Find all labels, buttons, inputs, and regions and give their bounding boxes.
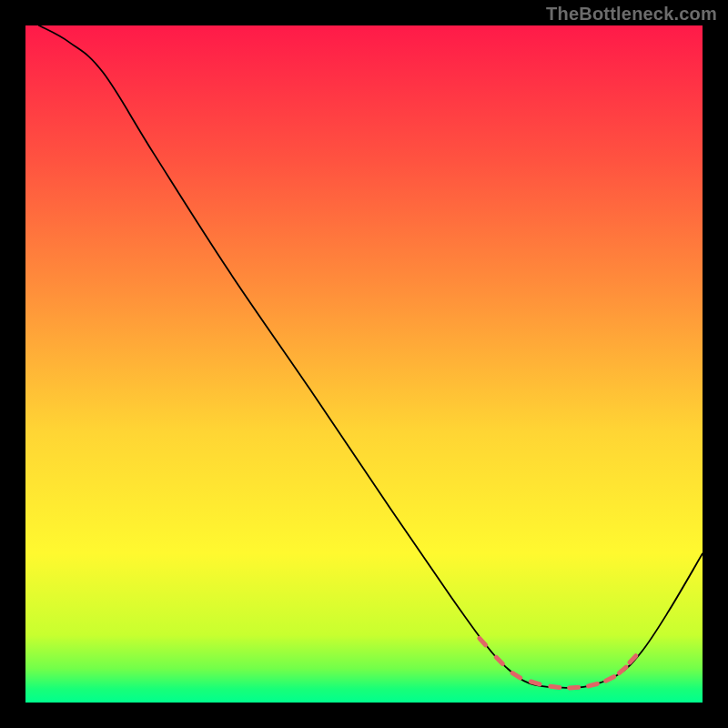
marker-dash-segment xyxy=(551,686,560,687)
watermark-label: TheBottleneck.com xyxy=(546,4,717,25)
chart-container: TheBottleneck.com xyxy=(0,0,728,728)
marker-dash-segment xyxy=(589,683,598,685)
marker-dash-segment xyxy=(570,687,579,688)
marker-dash-segment xyxy=(531,682,540,684)
chart-background xyxy=(25,25,703,703)
chart-plot-area xyxy=(25,25,703,703)
